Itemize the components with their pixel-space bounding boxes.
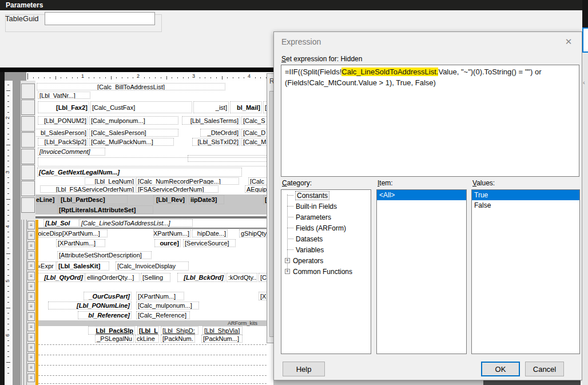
report-field[interactable]: [Calc_NumRecordPerPage...]	[136, 177, 239, 185]
report-field[interactable]: [Lbl_PackSlp2]	[38, 138, 88, 146]
report-field[interactable]: [Lbl_Rev]	[153, 195, 186, 204]
report-field[interactable]: [Calc	[248, 177, 267, 185]
report-field[interactable]: [Lbl_QtyOrd]	[38, 273, 85, 282]
row-selector[interactable]	[21, 197, 35, 213]
report-field[interactable]: hipDate...]	[192, 229, 228, 237]
report-field[interactable]: [PackNum...]	[201, 335, 243, 343]
report-field[interactable]: [Calc_mulponum...]	[89, 116, 178, 125]
report-field[interactable]: :kOrdQty...]	[227, 273, 257, 282]
item-list-entry[interactable]: <All>	[377, 190, 466, 200]
help-button[interactable]: Help	[283, 362, 325, 376]
row-selector[interactable]	[21, 116, 35, 132]
report-field[interactable]: [Lbl_LegNum]	[85, 177, 136, 185]
category-item[interactable]: Parameters	[281, 212, 371, 223]
row-handle[interactable]: ≡	[27, 363, 35, 372]
report-field[interactable]: [Lbl_PONumLine]	[48, 301, 132, 309]
category-item[interactable]: Constants	[281, 190, 371, 201]
report-field[interactable]: [Calc_mulponum...]	[136, 301, 199, 309]
item-list[interactable]: <All>	[376, 189, 467, 354]
table-band[interactable]: ARForm_kits	[35, 320, 267, 326]
row-handle[interactable]: ≡	[27, 251, 35, 260]
row-handle[interactable]: ≡	[27, 282, 35, 291]
report-field[interactable]: [Calc_S	[241, 116, 267, 125]
expand-plus-icon[interactable]: +	[285, 269, 290, 274]
report-field[interactable]: ellingOrderQty...]	[85, 273, 140, 282]
report-field[interactable]: «Expr	[35, 261, 56, 271]
report-field[interactable]: [C	[259, 273, 267, 282]
report-field[interactable]: eLine]	[35, 195, 58, 204]
report-field[interactable]: [Calc_BillToAddressList]	[37, 83, 225, 90]
row-handle[interactable]: ≡	[27, 292, 35, 301]
report-field[interactable]: [Lbl_ShipD:	[161, 326, 198, 335]
report-field[interactable]: [Lbl_ShpVia]	[202, 326, 243, 335]
expression-textbox[interactable]: =IIF((Split(Fields!Calc_LineSoldToAddres…	[281, 65, 579, 177]
report-field[interactable]: [Calc_MulPackNum...]	[89, 138, 174, 146]
values-list-entry[interactable]: False	[472, 200, 579, 211]
report-field[interactable]: [Lbl_BckOrd]	[177, 273, 225, 282]
report-field[interactable]: [AttributeSetShortDescription]	[57, 251, 152, 259]
report-field[interactable]: AEquip	[245, 185, 267, 193]
report-field[interactable]: ource]	[154, 239, 181, 247]
report-field[interactable]: [Lbl_FSAServiceOrderNum]	[40, 185, 136, 193]
report-field[interactable]: [FSAServiceOrderNum]	[136, 185, 218, 193]
report-field[interactable]: gShipQty	[239, 229, 267, 237]
report-field[interactable]: [Lbl_SalesTerms]	[182, 116, 240, 125]
tableguid-input[interactable]	[45, 12, 155, 25]
report-field[interactable]: Lbl_PackSlp	[88, 326, 135, 335]
row-selector[interactable]	[21, 84, 35, 99]
report-field[interactable]: _DteOrdrd]	[200, 129, 240, 137]
report-field[interactable]: [InvoiceComment]	[38, 148, 105, 156]
report-field[interactable]: [Lbl_PartDesc]	[59, 195, 128, 204]
report-field[interactable]: [Calc_LineSoldToAddressList...]	[80, 219, 193, 227]
report-field[interactable]: _OurCusPart]	[84, 292, 132, 300]
report-field[interactable]: [PackNum.	[161, 335, 195, 343]
category-list[interactable]: ConstantsBuilt-in FieldsParametersFields…	[281, 189, 371, 354]
report-field[interactable]: [Calc_CustFax]	[90, 101, 192, 113]
report-field[interactable]: [Calc_M	[241, 138, 267, 146]
report-field[interactable]: _PSLegalNu	[95, 335, 134, 343]
row-handle[interactable]: ≡	[27, 221, 35, 229]
report-field[interactable]: [XPartNum...]	[136, 292, 184, 300]
background-window-scrollbar[interactable]	[269, 91, 273, 337]
row-handle[interactable]: ≡	[27, 261, 35, 270]
report-field[interactable]: [RptLiteralsLAttributeSet]	[57, 205, 153, 214]
report-field[interactable]: [Calc_D	[241, 129, 267, 137]
category-item[interactable]: +Operators	[281, 255, 371, 266]
category-item[interactable]: Datasets	[281, 233, 371, 244]
category-item[interactable]: Variables	[281, 244, 371, 255]
collapse-chevron-icon[interactable]: ‹	[583, 79, 585, 86]
report-field[interactable]: ckLine	[135, 335, 159, 343]
report-field[interactable]: [Lbl_SlsTxID2]	[192, 138, 240, 146]
report-field[interactable]: [XPartNum...]	[56, 239, 105, 247]
row-handle[interactable]: ≡	[27, 231, 35, 240]
report-field[interactable]: bl_Reference]	[78, 311, 132, 319]
report-field[interactable]: [Lbl_L	[137, 326, 159, 335]
values-list[interactable]: TrueFalse	[471, 189, 580, 354]
row-handle[interactable]: ≡	[27, 323, 35, 331]
row-handle[interactable]: ≡	[27, 374, 35, 382]
values-list-entry[interactable]: True	[472, 190, 579, 200]
row-handle[interactable]: ≡	[27, 272, 35, 280]
report-field[interactable]: bl_Mail]	[230, 101, 262, 113]
report-field[interactable]: [XP	[259, 292, 267, 300]
close-icon[interactable]: ✕	[563, 37, 574, 47]
category-item[interactable]: Built-in Fields	[281, 201, 371, 212]
expand-plus-icon[interactable]: +	[285, 258, 290, 263]
report-field[interactable]: [Calc_Reference]	[136, 311, 190, 319]
right-edge-active-tab[interactable]	[582, 27, 588, 53]
report-field[interactable]: iipDate3]	[189, 195, 224, 204]
row-selector[interactable]	[21, 132, 35, 148]
report-field[interactable]	[38, 157, 267, 166]
report-field[interactable]: [Lbl_VatNr...]	[38, 92, 90, 99]
report-field[interactable]: [ServiceSource]	[183, 239, 236, 247]
report-field[interactable]: [Calc_SalesPerson]	[89, 129, 178, 137]
row-handle[interactable]: ≡	[27, 302, 35, 311]
category-item[interactable]: +Common Functions	[281, 266, 371, 277]
design-canvas[interactable]: [Calc_BillToAddressList][Lbl_VatNr...][L…	[35, 81, 267, 385]
row-selector[interactable]	[21, 149, 35, 164]
report-field[interactable]: [Lbl_SalesKit]	[57, 261, 109, 271]
row-selector[interactable]	[21, 100, 35, 115]
report-field[interactable]: _ist]	[193, 101, 229, 113]
report-field[interactable]: XPartNum...]	[153, 229, 191, 237]
row-handle[interactable]: ≡	[27, 333, 35, 342]
